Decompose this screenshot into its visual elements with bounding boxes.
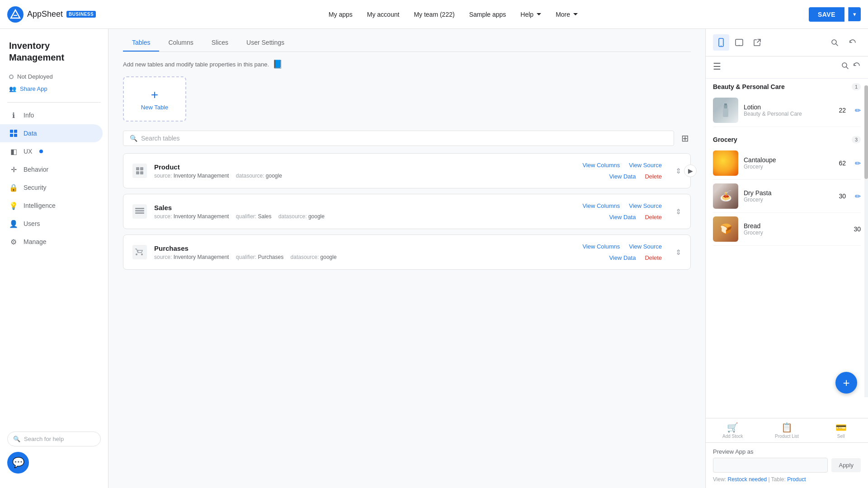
tab-tables[interactable]: Tables	[123, 34, 159, 52]
external-view-button[interactable]	[749, 34, 765, 51]
sales-view-columns-link[interactable]: View Columns	[580, 202, 623, 210]
refresh-preview-button[interactable]	[844, 34, 861, 51]
table-card-product: Product source: Inventory Management dat…	[123, 153, 691, 188]
chat-fab-button[interactable]: 💬	[7, 452, 29, 474]
table-link[interactable]: Product	[787, 476, 806, 483]
sidebar-item-ux-label: UX	[24, 148, 32, 155]
product-delete-link[interactable]: Delete	[642, 172, 665, 181]
appsheet-logo-icon	[7, 6, 24, 23]
nav-link-sampleapps[interactable]: Sample apps	[464, 8, 512, 21]
nav-link-help[interactable]: Help	[515, 8, 547, 21]
phone-app-header: ☰	[706, 56, 868, 79]
sidebar-item-manage[interactable]: ⚙ Manage	[0, 233, 103, 251]
apply-button[interactable]: Apply	[831, 458, 861, 472]
purchases-delete-link[interactable]: Delete	[642, 253, 665, 262]
sidebar-item-security[interactable]: 🔒 Security	[0, 178, 103, 197]
purchases-actions-row2: View Data Delete	[606, 253, 665, 262]
add-fab-icon[interactable]: +	[835, 372, 857, 394]
nav-link-myteam[interactable]: My team (222)	[408, 8, 460, 21]
table-card-purchases: Purchases source: Inventory Management q…	[123, 235, 691, 270]
preview-footer: Preview App as Apply View: Restock neede…	[706, 442, 868, 488]
sidebar-item-data[interactable]: Data	[0, 124, 103, 142]
pasta-qty: 30	[839, 192, 846, 200]
security-icon: 🔒	[9, 183, 18, 192]
cantaloupe-edit-icon[interactable]: ✏	[855, 159, 861, 168]
phone-nav-product-list[interactable]: 📋 Product List	[760, 422, 814, 439]
phone-menu-icon[interactable]: ☰	[713, 61, 721, 72]
tables-search-input[interactable]: 🔍 Search tables	[123, 131, 674, 146]
book-icon: 📘	[273, 59, 283, 69]
sidebar-item-ux[interactable]: ◧ UX	[0, 142, 103, 160]
sidebar-item-manage-label: Manage	[24, 238, 47, 245]
sidebar-item-intelligence[interactable]: 💡 Intelligence	[0, 197, 103, 215]
tab-user-settings[interactable]: User Settings	[237, 34, 293, 52]
purchases-expand-arrow[interactable]: ⇕	[675, 248, 681, 257]
purchases-qualifier-label: qualifier: Purchases	[236, 254, 283, 260]
sidebar-item-behavior[interactable]: ✛ Behavior	[0, 160, 103, 178]
purchases-table-name: Purchases	[154, 244, 572, 252]
not-deployed-status[interactable]: Not Deployed	[0, 70, 108, 83]
sales-delete-link[interactable]: Delete	[642, 213, 665, 221]
table-card-sales: Sales source: Inventory Management quali…	[123, 194, 691, 229]
grid-view-icon[interactable]: ⊞	[679, 131, 691, 145]
svg-rect-24	[724, 103, 727, 105]
preview-scrollbar-thumb[interactable]	[864, 85, 868, 179]
sales-expand-arrow[interactable]: ⇕	[675, 207, 681, 216]
svg-rect-23	[724, 105, 727, 108]
sales-view-data-link[interactable]: View Data	[606, 213, 638, 221]
sell-nav-icon: 💳	[835, 422, 847, 433]
lotion-edit-icon[interactable]: ✏	[855, 106, 861, 115]
sales-datasource-label: datasource: google	[278, 213, 325, 220]
view-link[interactable]: Restock needed	[727, 476, 767, 483]
share-app-button[interactable]: 👥 Share App	[0, 83, 108, 95]
view-table-row: View: Restock needed | Table: Product	[713, 476, 861, 483]
product-expand-arrow[interactable]: ⇕	[675, 167, 681, 175]
phone-add-fab[interactable]: +	[835, 372, 857, 394]
tablet-view-button[interactable]	[731, 34, 747, 51]
product-next-arrow[interactable]: ▶	[684, 164, 697, 177]
cantaloupe-category: Grocery	[744, 164, 833, 170]
preview-as-input[interactable]	[713, 458, 828, 473]
svg-rect-9	[135, 208, 144, 209]
purchases-view-source-link[interactable]: View Source	[626, 242, 665, 251]
bread-name: Bread	[744, 222, 848, 230]
search-help-input[interactable]: 🔍 Search for help	[7, 432, 101, 446]
new-table-button[interactable]: + New Table	[123, 76, 186, 122]
phone-refresh-icon[interactable]	[853, 61, 861, 72]
product-view-data-link[interactable]: View Data	[606, 172, 638, 181]
phone-view-button[interactable]	[713, 34, 729, 51]
purchases-view-data-link[interactable]: View Data	[606, 253, 638, 262]
nav-link-more[interactable]: More	[550, 8, 583, 21]
sidebar-item-info[interactable]: ℹ Info	[0, 106, 103, 124]
purchases-view-columns-link[interactable]: View Columns	[580, 242, 623, 251]
phone-nav-sell[interactable]: 💳 Sell	[814, 422, 868, 439]
share-icon: 👥	[9, 85, 16, 92]
table-label: Table:	[771, 476, 786, 483]
search-preview-button[interactable]	[826, 34, 843, 51]
pasta-name: Dry Pasta	[744, 189, 833, 197]
sales-table-name: Sales	[154, 204, 572, 211]
right-panel: ☰ Beauty & Personal Care 1	[705, 29, 868, 488]
add-stock-nav-icon: 🛒	[727, 422, 738, 433]
sidebar-item-users[interactable]: 👤 Users	[0, 215, 103, 233]
svg-rect-22	[723, 108, 728, 117]
data-icon	[9, 129, 18, 138]
sales-view-source-link[interactable]: View Source	[626, 202, 665, 210]
search-icon: 🔍	[130, 135, 137, 142]
phone-search-icon[interactable]	[841, 61, 849, 72]
product-view-source-link[interactable]: View Source	[626, 161, 665, 169]
product-datasource-label: datasource: google	[236, 173, 282, 179]
app-title: Inventory Management	[0, 36, 108, 70]
product-view-columns-link[interactable]: View Columns	[580, 161, 623, 169]
nav-link-myaccount[interactable]: My account	[362, 8, 405, 21]
save-dropdown-button[interactable]: ▾	[848, 7, 861, 21]
nav-link-myapps[interactable]: My apps	[323, 8, 358, 21]
users-icon: 👤	[9, 219, 18, 228]
pasta-edit-icon[interactable]: ✏	[855, 192, 861, 201]
ux-icon: ◧	[9, 147, 18, 156]
tab-slices[interactable]: Slices	[203, 34, 237, 52]
svg-rect-7	[136, 171, 139, 174]
tab-columns[interactable]: Columns	[159, 34, 202, 52]
phone-nav-add-stock[interactable]: 🛒 Add Stock	[706, 422, 760, 439]
save-button[interactable]: SAVE	[809, 7, 844, 22]
